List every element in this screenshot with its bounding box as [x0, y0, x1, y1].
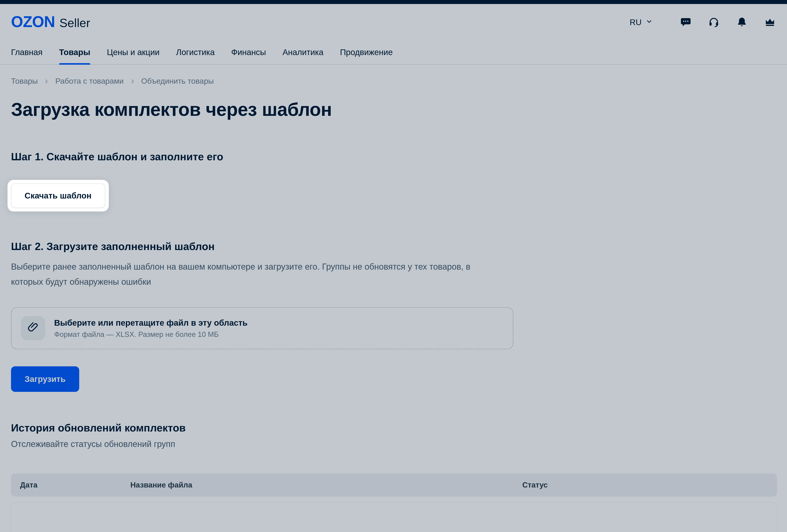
page: OZON Seller RU [0, 0, 787, 532]
nav-item-prodvizhenie[interactable]: Продвижение [340, 40, 392, 64]
nav-item-tovary[interactable]: Товары [59, 40, 90, 64]
header: OZON Seller RU [0, 4, 787, 40]
bell-icon [737, 17, 747, 27]
history-table-header: Дата Название файла Статус [11, 473, 777, 496]
step1-heading: Шаг 1. Скачайте шаблон и заполните его [11, 151, 776, 163]
paperclip-icon-box [21, 316, 45, 340]
nav-item-logistika[interactable]: Логистика [176, 40, 215, 64]
file-dropzone[interactable]: Выберите или перетащите файл в эту облас… [11, 307, 513, 349]
column-header-filename: Название файла [130, 481, 523, 489]
header-actions: RU [630, 16, 776, 28]
language-selector[interactable]: RU [630, 17, 653, 27]
nav-item-tseny-i-aktsii[interactable]: Цены и акции [107, 40, 159, 64]
nav-item-finansy[interactable]: Финансы [231, 40, 266, 64]
top-accent-bar [0, 0, 787, 4]
headset-icon [708, 17, 719, 27]
page-title: Загрузка комплектов через шаблон [11, 99, 776, 121]
download-template-button[interactable]: Скачать шаблон [11, 184, 105, 208]
breadcrumb: Товары Работа с товарами Объединить това… [11, 76, 776, 86]
upload-button[interactable]: Загрузить [11, 366, 79, 392]
nav-item-analitika[interactable]: Аналитика [282, 40, 323, 64]
language-label: RU [630, 17, 642, 27]
nav-item-glavnaya[interactable]: Главная [11, 40, 43, 64]
crown-icon [764, 17, 775, 27]
notifications-button[interactable] [736, 16, 748, 28]
tour-spotlight: Скачать шаблон [7, 180, 108, 212]
column-header-date: Дата [20, 481, 130, 489]
chat-button[interactable] [680, 16, 692, 28]
step2-heading: Шаг 2. Загрузите заполненный шаблон [11, 241, 776, 253]
chat-icon [680, 17, 691, 27]
logo-seller-text: Seller [59, 16, 90, 30]
dropzone-hint: Формат файла — XLSX. Размер не более 10 … [54, 330, 248, 338]
history-heading: История обновлений комплектов [11, 422, 776, 434]
column-header-status: Статус [523, 481, 768, 489]
chevron-right-icon [130, 79, 135, 84]
paperclip-icon [27, 321, 39, 335]
dropzone-text: Выберите или перетащите файл в эту облас… [54, 318, 248, 338]
chevron-right-icon [44, 79, 49, 84]
history-subtitle: Отслеживайте статусы обновлений групп [11, 439, 776, 449]
breadcrumb-item-rabota-s-tovarami[interactable]: Работа с товарами [55, 76, 124, 86]
chevron-down-icon [646, 17, 653, 27]
dropzone-title: Выберите или перетащите файл в эту облас… [54, 318, 248, 328]
breadcrumb-item-obedinit-tovary[interactable]: Объединить товары [141, 76, 214, 86]
breadcrumb-item-tovary[interactable]: Товары [11, 76, 38, 86]
ozon-seller-logo[interactable]: OZON Seller [11, 13, 90, 31]
step2-description: Выберите ранее заполненный шаблон на ваш… [11, 260, 495, 289]
main-content: Загрузка комплектов через шаблон Шаг 1. … [0, 99, 787, 532]
support-button[interactable] [708, 16, 720, 28]
logo-ozon-text: OZON [11, 13, 55, 31]
main-nav: Главная Товары Цены и акции Логистика Фи… [0, 40, 787, 65]
premium-button[interactable] [764, 16, 776, 28]
history-table-body [11, 503, 777, 532]
